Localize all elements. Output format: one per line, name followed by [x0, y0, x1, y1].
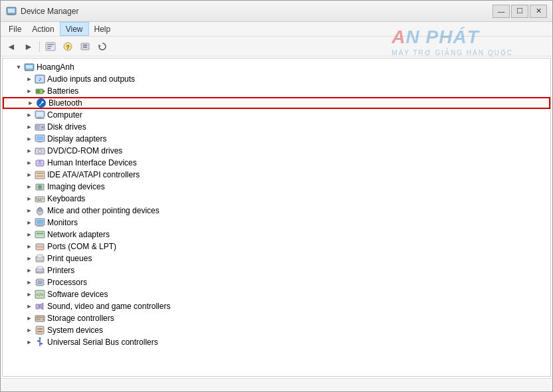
- refresh-icon: [97, 41, 108, 52]
- tree-item-usb[interactable]: ► Universal Serial Bus controllers: [3, 336, 550, 348]
- expand[interactable]: ►: [24, 313, 35, 324]
- tree-item-batteries[interactable]: ► Batteries: [3, 85, 550, 97]
- svg-rect-28: [36, 118, 44, 119]
- monitors-icon: [35, 217, 45, 228]
- expand[interactable]: ►: [24, 337, 35, 347]
- collapse-button[interactable]: [77, 39, 93, 54]
- svg-rect-49: [35, 197, 45, 202]
- svg-point-94: [43, 319, 44, 320]
- svg-rect-32: [36, 126, 41, 127]
- menu-file[interactable]: File: [3, 22, 27, 36]
- close-button[interactable]: ✕: [530, 5, 547, 18]
- svg-rect-10: [81, 43, 89, 50]
- expand[interactable]: ►: [24, 289, 35, 300]
- network-icon: [35, 229, 45, 240]
- keyboard-icon: [35, 193, 45, 204]
- tree-item-storage[interactable]: ► Storage controllers: [3, 312, 550, 324]
- menu-action[interactable]: Action: [27, 22, 59, 36]
- svg-text:⭧: ⭧: [38, 100, 45, 107]
- tree-item-computer[interactable]: ► Computer: [3, 109, 550, 121]
- expand[interactable]: ►: [24, 217, 35, 228]
- root-expand[interactable]: ▼: [13, 62, 24, 72]
- svg-point-99: [39, 338, 41, 340]
- ports-icon: [35, 241, 45, 252]
- monitors-label: Monitors: [47, 217, 78, 229]
- svg-text:♪: ♪: [39, 76, 42, 82]
- audio-icon: ♪: [35, 74, 45, 84]
- tree-item-display[interactable]: ► Display adapters: [3, 133, 550, 145]
- expand[interactable]: ►: [24, 277, 35, 288]
- device-tree[interactable]: ▼ HoangAnh ► ♪ Audio inputs and outputs: [3, 58, 550, 376]
- svg-rect-52: [40, 198, 41, 199]
- expand[interactable]: ►: [24, 301, 35, 312]
- processors-icon: [35, 277, 45, 288]
- refresh-button[interactable]: [94, 39, 110, 54]
- tree-item-disk[interactable]: ► Disk drives: [3, 121, 550, 133]
- expand[interactable]: ►: [24, 122, 35, 132]
- network-label: Network adapters: [47, 229, 110, 241]
- storage-icon: [35, 313, 45, 324]
- toolbar: ◄ ► ?: [1, 37, 552, 56]
- tree-item-mice[interactable]: ► Mice and other pointing devices: [3, 205, 550, 217]
- tree-item-audio[interactable]: ► ♪ Audio inputs and outputs: [3, 73, 550, 85]
- content-area: ▼ HoangAnh ► ♪ Audio inputs and outputs: [2, 58, 551, 377]
- expand[interactable]: ►: [24, 325, 35, 336]
- tree-item-imaging[interactable]: ► Imaging devices: [3, 181, 550, 193]
- tree-item-ide[interactable]: ► IDE ATA/ATAPI controllers: [3, 169, 550, 181]
- expand[interactable]: ►: [24, 110, 35, 120]
- expand[interactable]: ►: [24, 265, 35, 276]
- svg-rect-59: [37, 220, 43, 224]
- expand[interactable]: ►: [24, 74, 35, 84]
- svg-rect-36: [38, 142, 42, 143]
- expand[interactable]: ►: [24, 169, 35, 180]
- svg-point-93: [43, 317, 44, 318]
- processors-label: Processors: [47, 276, 87, 288]
- tree-item-network[interactable]: ► Network adapters: [3, 229, 550, 241]
- tree-item-software[interactable]: ► </> Software devices: [3, 288, 550, 300]
- expand[interactable]: ►: [24, 193, 35, 204]
- expand[interactable]: ►: [25, 98, 36, 108]
- svg-rect-95: [36, 326, 44, 334]
- expand[interactable]: ►: [24, 229, 35, 240]
- tree-root[interactable]: ▼ HoangAnh: [3, 61, 550, 73]
- tree-item-hid[interactable]: ► Human Interface Devices: [3, 157, 550, 169]
- menu-view[interactable]: View: [60, 22, 89, 36]
- display-icon: [35, 134, 45, 144]
- tree-item-bluetooth[interactable]: ► ⭧ Bluetooth: [3, 97, 550, 109]
- expand[interactable]: ►: [24, 157, 35, 168]
- tree-item-printers[interactable]: ► Printers: [3, 264, 550, 276]
- svg-point-68: [39, 246, 41, 248]
- svg-rect-91: [36, 317, 42, 318]
- imaging-icon: [35, 181, 45, 192]
- svg-rect-74: [37, 266, 43, 269]
- software-icon: </>: [35, 289, 45, 300]
- expand[interactable]: ►: [24, 134, 35, 144]
- tree-item-monitors[interactable]: ► Monitors: [3, 217, 550, 229]
- help-button[interactable]: ?: [60, 39, 76, 54]
- svg-rect-78: [38, 280, 42, 284]
- tree-item-dvd[interactable]: ► DVD/CD-ROM drives: [3, 145, 550, 157]
- tree-item-sound[interactable]: ► Sound, video and game controllers: [3, 300, 550, 312]
- svg-rect-50: [36, 198, 37, 199]
- back-button[interactable]: ◄: [3, 39, 19, 54]
- menu-help[interactable]: Help: [89, 22, 116, 36]
- tree-item-keyboards[interactable]: ► Keyboards: [3, 193, 550, 205]
- expand[interactable]: ►: [24, 253, 35, 264]
- forward-button[interactable]: ►: [21, 39, 37, 54]
- tree-item-system[interactable]: ► System devices: [3, 324, 550, 336]
- svg-rect-72: [37, 260, 43, 261]
- expand[interactable]: ►: [24, 241, 35, 252]
- minimize-button[interactable]: —: [493, 5, 510, 18]
- expand[interactable]: ►: [24, 146, 35, 156]
- expand[interactable]: ►: [24, 205, 35, 216]
- tree-item-printq[interactable]: ► Print queues: [3, 252, 550, 264]
- tree-item-processors[interactable]: ► Processors: [3, 276, 550, 288]
- title-controls: — ☐ ✕: [493, 5, 547, 18]
- expand[interactable]: ►: [24, 181, 35, 192]
- expand[interactable]: ►: [24, 86, 35, 96]
- maximize-button[interactable]: ☐: [511, 5, 528, 18]
- tree-item-ports[interactable]: ► Ports (COM & LPT): [3, 241, 550, 252]
- system-icon: [35, 325, 45, 336]
- view-button[interactable]: [43, 39, 58, 54]
- mice-icon: [35, 205, 45, 216]
